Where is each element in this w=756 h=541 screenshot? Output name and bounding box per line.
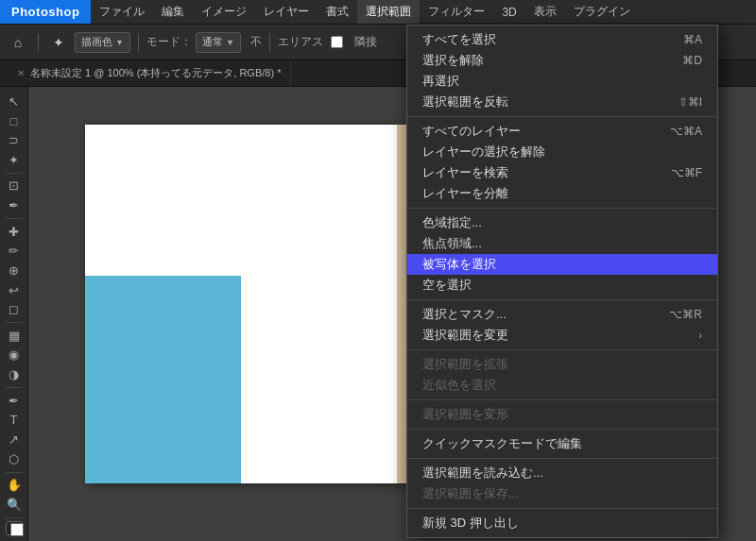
menu-item-shortcut: ⌘A — [683, 33, 702, 46]
menu-item-quick-mask[interactable]: クイックマスクモードで編集 — [407, 433, 717, 454]
menu-file[interactable]: ファイル — [91, 0, 153, 24]
menu-type[interactable]: 書式 — [318, 0, 357, 24]
tool-magic-wand[interactable]: ✦ — [3, 151, 26, 169]
menu-edit[interactable]: 編集 — [153, 0, 193, 24]
menu-item-label: 選択範囲を変更 — [422, 327, 698, 344]
menu-item-invert[interactable]: 選択範囲を反転 ⇧⌘I — [407, 92, 717, 112]
tool-hand[interactable]: ✋ — [3, 476, 26, 494]
select-menu-dropdown: すべてを選択 ⌘A 選択を解除 ⌘D 再選択 選択範囲を反転 ⇧⌘I すべてのレ… — [406, 25, 718, 538]
tool-options-icon[interactable]: ✦ — [46, 30, 71, 55]
menu-image[interactable]: イメージ — [193, 0, 255, 24]
tool-dodge[interactable]: ◑ — [3, 365, 26, 383]
tool-separator-5 — [6, 472, 23, 473]
tool-heal[interactable]: ✚ — [3, 223, 26, 241]
menu-item-label: 焦点領域... — [422, 235, 702, 252]
menu-divider-4 — [407, 349, 717, 350]
tool-eraser[interactable]: ◻ — [3, 300, 26, 318]
alias-checkbox[interactable] — [331, 36, 343, 48]
menu-divider-8 — [407, 508, 717, 509]
dropdown-arrow-icon: ▼ — [115, 38, 124, 47]
paint-color-dropdown[interactable]: 描画色 ▼ — [75, 32, 130, 53]
mode-dropdown-arrow-icon: ▼ — [226, 38, 234, 47]
menu-item-select-and-mask[interactable]: 選択とマスク... ⌥⌘R — [407, 304, 717, 325]
menu-item-label: すべてのレイヤー — [422, 123, 670, 140]
tool-select-lasso[interactable]: ⊃ — [3, 131, 26, 149]
menu-item-label: 色域指定... — [422, 214, 702, 231]
toolbar-separator-3 — [269, 33, 270, 52]
menu-item-sky[interactable]: 空を選択 — [407, 275, 717, 296]
menu-item-reselect[interactable]: 再選択 — [407, 71, 717, 92]
tool-select-rect[interactable]: □ — [3, 112, 26, 130]
tool-separator-6 — [6, 517, 23, 518]
menu-item-find-layers[interactable]: レイヤーを検索 ⌥⌘F — [407, 162, 717, 183]
menu-item-label: 選択範囲を拡張 — [422, 356, 702, 373]
mode-dropdown[interactable]: 通常 ▼ — [196, 32, 241, 53]
foreground-color-swatch[interactable] — [6, 521, 23, 534]
not-label: 不 — [250, 34, 262, 50]
menu-item-color-range[interactable]: 色域指定... — [407, 212, 717, 233]
menu-item-label: 再選択 — [422, 73, 702, 90]
menu-item-label: クイックマスクモードで編集 — [422, 435, 702, 452]
menu-divider-3 — [407, 299, 717, 300]
tool-separator-4 — [6, 387, 23, 388]
menu-item-save-selection: 選択範囲を保存... — [407, 483, 717, 504]
menu-item-shortcut: ⌥⌘F — [671, 166, 702, 179]
menu-view[interactable]: 表示 — [525, 0, 565, 24]
document-tab[interactable]: ✕ 名称未設定 1 @ 100% (本持ってる元データ, RGB/8) * — [8, 60, 291, 86]
menu-item-label: 近似色を選択 — [422, 377, 702, 394]
toolbar-separator — [38, 33, 39, 52]
menu-item-label: 選択範囲を読み込む... — [422, 465, 702, 482]
menu-item-load-selection[interactable]: 選択範囲を読み込む... — [407, 463, 717, 483]
menu-item-subject[interactable]: 被写体を選択 — [407, 254, 717, 275]
app-name: Photoshop — [0, 0, 91, 24]
submenu-arrow-icon: › — [698, 330, 702, 341]
menu-item-label: 選択とマスク... — [422, 306, 669, 323]
menu-divider-6 — [407, 429, 717, 430]
tool-zoom[interactable]: 🔍 — [3, 496, 26, 514]
tool-crop[interactable]: ⊡ — [3, 178, 26, 195]
menu-item-label: 選択を解除 — [422, 52, 682, 69]
menu-divider-1 — [407, 116, 717, 117]
canvas-blue-element — [85, 276, 241, 483]
menu-3d[interactable]: 3D — [493, 0, 524, 24]
tool-history-brush[interactable]: ↩ — [3, 281, 26, 299]
tool-eyedropper[interactable]: ✒ — [3, 196, 26, 214]
tool-separator — [6, 173, 23, 174]
tool-stamp[interactable]: ⊕ — [3, 262, 26, 279]
menu-item-deselect[interactable]: 選択を解除 ⌘D — [407, 50, 717, 71]
menu-plugins[interactable]: プラグイン — [565, 0, 639, 24]
tool-path-select[interactable]: ↗ — [3, 431, 26, 448]
menu-item-label: 空を選択 — [422, 277, 702, 294]
menu-item-all-layers[interactable]: すべてのレイヤー ⌥⌘A — [407, 121, 717, 142]
menu-item-label: 新規 3D 押し出し — [422, 515, 702, 532]
tool-gradient[interactable]: ▦ — [3, 327, 26, 345]
menu-item-new-3d[interactable]: 新規 3D 押し出し — [407, 513, 717, 533]
document-tab-title: 名称未設定 1 @ 100% (本持ってる元データ, RGB/8) * — [30, 66, 281, 80]
tool-blur[interactable]: ◉ — [3, 347, 26, 364]
menu-divider-5 — [407, 399, 717, 400]
menu-item-shortcut: ⇧⌘I — [679, 95, 702, 109]
menu-select[interactable]: 選択範囲 — [357, 0, 420, 24]
menu-item-shortcut: ⌥⌘R — [669, 308, 702, 321]
menu-item-isolate-layers[interactable]: レイヤーを分離 — [407, 183, 717, 204]
menu-item-focus-area[interactable]: 焦点領域... — [407, 233, 717, 254]
menu-item-label: 選択範囲を変形 — [422, 406, 702, 423]
menu-filter[interactable]: フィルター — [420, 0, 493, 24]
menu-item-modify[interactable]: 選択範囲を変更 › — [407, 325, 717, 346]
tool-move[interactable]: ↖ — [3, 93, 26, 110]
menu-item-shortcut: ⌘D — [682, 54, 702, 67]
mode-label: モード： — [146, 34, 192, 50]
menu-layer[interactable]: レイヤー — [255, 0, 318, 24]
menu-item-label: 選択範囲を反転 — [422, 93, 679, 110]
toolbar-separator-2 — [138, 33, 139, 52]
adjacent-label: 隣接 — [354, 34, 377, 50]
tool-type[interactable]: T — [3, 411, 26, 429]
home-icon[interactable]: ⌂ — [6, 30, 30, 55]
tool-shape[interactable]: ⬡ — [3, 450, 26, 468]
menu-item-select-all[interactable]: すべてを選択 ⌘A — [407, 29, 717, 50]
tool-brush[interactable]: ✏ — [3, 242, 26, 260]
close-tab-icon[interactable]: ✕ — [17, 68, 25, 78]
alias-label: エリアス — [278, 34, 323, 50]
menu-item-deselect-layers[interactable]: レイヤーの選択を解除 — [407, 142, 717, 162]
tool-pen[interactable]: ✒ — [3, 392, 26, 410]
